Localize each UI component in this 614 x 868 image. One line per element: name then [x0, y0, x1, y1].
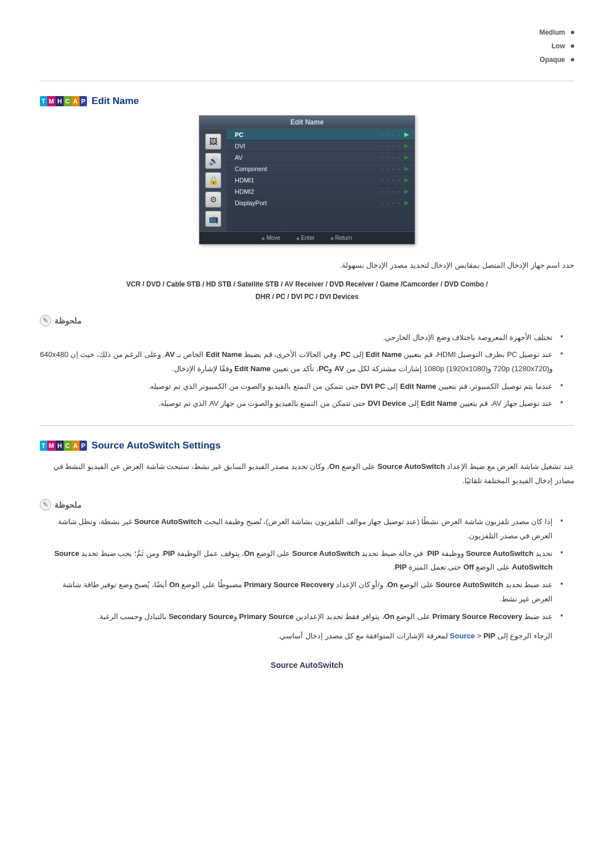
divider: [40, 81, 574, 81]
badge-t: T: [40, 441, 47, 451]
device-list: VCR / DVD / Cable STB / HD STB / Satelli…: [40, 279, 574, 303]
badge-p: P: [80, 96, 87, 106]
lock-icon: 🔒: [205, 172, 221, 188]
badge-p: P: [80, 441, 87, 451]
autoswitch-heading: Source AutoSwitch Settings: [92, 440, 221, 451]
note2-item: تحديد Source AutoSwitch ووظيفة PIP: في ح…: [40, 547, 563, 575]
chevron-right-icon: ▶: [404, 153, 409, 160]
option-opaque-label: Opaque: [540, 56, 565, 64]
chevron-right-icon: ▶: [404, 131, 409, 138]
mode-badges: T M H C A P: [40, 96, 87, 106]
badge-h: H: [56, 441, 64, 451]
note1-item: عند توصيل جهاز AV، قم بتعيين Edit Name إ…: [40, 397, 563, 411]
badge-a: A: [72, 96, 80, 106]
note1-item: تختلف الأجهزة المعروضة باختلاف وضع الإدخ…: [40, 331, 563, 345]
note2-item: عند ضبط Primary Source Recovery على الوض…: [40, 610, 563, 624]
badge-c: C: [64, 96, 72, 106]
note-label-2: ملحوظة: [55, 500, 82, 509]
osd-screenshot: Edit Name 🖼 🔊 🔒 ⚙ 📺 PC - - - -▶ DVI - - …: [40, 115, 574, 244]
note-header-1: ملحوظة ✎: [40, 315, 574, 326]
settings-icon: ⚙: [205, 192, 221, 207]
edit-name-caption: حدد اسم جهاز الإدخال المتصل بمقابس الإدخ…: [40, 259, 574, 272]
osd-row-displayport[interactable]: DisplayPort - - - -▶: [227, 197, 414, 209]
osd-row-hdmi2[interactable]: HDMI2 - - - -▶: [227, 186, 414, 197]
note-icon: ✎: [40, 499, 51, 510]
bullet-icon: [571, 44, 574, 48]
option-medium: Medium: [40, 28, 574, 36]
osd-row-component[interactable]: Component - - - -▶: [227, 163, 414, 175]
chevron-right-icon: ▶: [404, 165, 409, 172]
osd-list: PC - - - -▶ DVI - - - -▶ AV - - - -▶ Com…: [227, 129, 414, 231]
badge-c: C: [64, 441, 72, 451]
note-icon: ✎: [40, 315, 51, 326]
osd-row-pc[interactable]: PC - - - -▶: [227, 129, 414, 140]
chevron-right-icon: ▶: [404, 199, 409, 206]
badge-m: M: [47, 441, 56, 451]
note1-item: عند توصيل PC بطرف التوصيل HDMI، قم بتعيي…: [40, 348, 563, 376]
note-header-2: ملحوظة ✎: [40, 499, 574, 510]
options-list: Medium Low Opaque: [40, 28, 574, 64]
osd-row-hdmi1[interactable]: HDMI1 - - - -▶: [227, 175, 414, 186]
badge-h: H: [56, 96, 64, 106]
note2-item: إذا كان مصدر تلفزيون شاشة العرض نشطًا (ع…: [40, 515, 563, 543]
section-title-edit-name: T M H C A P Edit Name: [40, 95, 574, 107]
osd-enter: Enter: [296, 235, 314, 241]
device-list-line2: DHR / PC / DVI PC / DVI Devices: [40, 291, 574, 304]
option-low-label: Low: [551, 42, 565, 50]
note-list-2: إذا كان مصدر تلفزيون شاشة العرض نشطًا (ع…: [40, 515, 563, 624]
picture-icon: 🖼: [205, 134, 221, 149]
option-medium-label: Medium: [540, 28, 565, 36]
chevron-right-icon: ▶: [404, 176, 409, 183]
autoswitch-paragraph: عند تشغيل شاشة العرض مع ضبط الإعداد Sour…: [40, 460, 574, 488]
chevron-right-icon: ▶: [404, 188, 409, 194]
osd-side-icons: 🖼 🔊 🔒 ⚙ 📺: [200, 129, 227, 231]
edit-name-heading: Edit Name: [92, 95, 139, 107]
input-icon: 📺: [205, 211, 221, 227]
sound-icon: 🔊: [205, 153, 221, 169]
section-title-autoswitch: T M H C A P Source AutoSwitch Settings: [40, 440, 574, 451]
option-low: Low: [40, 42, 574, 50]
bullet-icon: [571, 31, 574, 34]
osd-row-av[interactable]: AV - - - -▶: [227, 152, 414, 163]
osd-return: Return: [330, 235, 352, 241]
note-label-1: ملحوظة: [55, 316, 82, 325]
option-opaque: Opaque: [40, 56, 574, 64]
source-autoswitch-subhead: Source AutoSwitch: [40, 661, 574, 670]
chevron-right-icon: ▶: [404, 142, 409, 149]
osd-move: Move: [262, 235, 280, 241]
device-list-line1: VCR / DVD / Cable STB / HD STB / Satelli…: [40, 279, 574, 291]
badge-t: T: [40, 96, 47, 106]
bullet-icon: [571, 58, 574, 61]
osd-title: Edit Name: [200, 116, 414, 129]
badge-m: M: [47, 96, 56, 106]
note2-footer-line: الرجاء الرجوع إلى Source > PIP لمعرفة ال…: [40, 629, 553, 643]
badge-a: A: [72, 441, 80, 451]
note2-item: عند ضبط تحديد Source AutoSwitch على الوض…: [40, 578, 563, 606]
divider: [40, 425, 574, 426]
note-list-1: تختلف الأجهزة المعروضة باختلاف وضع الإدخ…: [40, 331, 563, 411]
note1-item: عندما يتم توصيل الكمبيوتر، قم بتعيين Edi…: [40, 380, 563, 394]
mode-badges: T M H C A P: [40, 441, 87, 451]
osd-row-dvi[interactable]: DVI - - - -▶: [227, 140, 414, 152]
osd-footer: Move Enter Return: [200, 231, 414, 244]
